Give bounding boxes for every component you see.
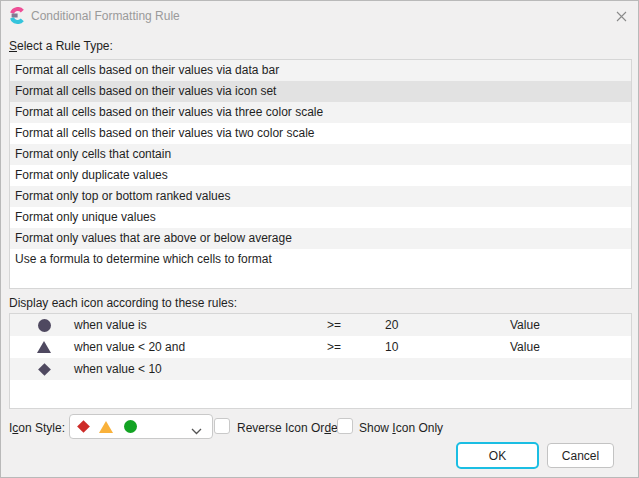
show-icon-only-checkbox[interactable] [337, 418, 353, 434]
close-button[interactable] [608, 4, 635, 31]
rule-type-item-selected[interactable]: Format all cells based on their values v… [10, 81, 631, 102]
conditional-formatting-rule-dialog: Conditional Formatting Rule Select a Rul… [0, 0, 639, 478]
show-icon-only-label[interactable]: Show Icon Only [359, 421, 443, 435]
rule-type-item[interactable]: Format only cells that contain [10, 144, 631, 165]
icon-rules-table: when value is >= 20 Value when value < 2… [9, 313, 632, 409]
icon-set-preview [79, 420, 137, 433]
icon-rules-label: Display each icon according to these rul… [9, 296, 237, 310]
app-logo-icon [9, 7, 26, 24]
rule-type-item[interactable]: Format only duplicate values [10, 165, 631, 186]
icon-style-label: Icon Style: [9, 421, 65, 435]
rule-operator[interactable]: >= [327, 314, 341, 336]
icon-rule-row[interactable]: when value is >= 20 Value [10, 314, 631, 336]
window-title: Conditional Formatting Rule [31, 9, 180, 23]
rule-type-item[interactable]: Use a formula to determine which cells t… [10, 249, 631, 270]
chevron-down-icon [191, 424, 202, 438]
reverse-icon-order-label[interactable]: Reverse Icon Order [237, 421, 342, 435]
icon-rule-row[interactable]: when value < 20 and >= 10 Value [10, 336, 631, 358]
circle-icon [36, 314, 52, 336]
green-circle-icon [124, 420, 137, 433]
rule-operator[interactable]: >= [327, 336, 341, 358]
rule-condition: when value < 10 [74, 358, 162, 380]
rule-value-type[interactable]: Value [510, 336, 540, 358]
red-diamond-icon [77, 420, 90, 433]
rule-type-item[interactable]: Format only top or bottom ranked values [10, 186, 631, 207]
icon-rule-row[interactable]: when value < 10 [10, 358, 631, 380]
rule-value[interactable]: 10 [385, 336, 398, 358]
rule-type-list: Format all cells based on their values v… [9, 59, 632, 289]
rule-value[interactable]: 20 [385, 314, 398, 336]
cancel-button[interactable]: Cancel [547, 443, 614, 468]
rule-type-item[interactable]: Format all cells based on their values v… [10, 60, 631, 81]
rule-type-item[interactable]: Format all cells based on their values v… [10, 123, 631, 144]
rule-type-item[interactable]: Format only values that are above or bel… [10, 228, 631, 249]
close-icon [616, 10, 627, 25]
rule-condition: when value is [74, 314, 147, 336]
rule-type-item[interactable]: Format all cells based on their values v… [10, 102, 631, 123]
rule-type-label: Select a Rule Type: [9, 39, 113, 53]
title-bar: Conditional Formatting Rule [1, 1, 638, 31]
rule-value-type[interactable]: Value [510, 314, 540, 336]
diamond-icon [36, 358, 52, 380]
triangle-icon [36, 336, 52, 358]
reverse-icon-order-checkbox[interactable] [214, 418, 230, 434]
rule-condition: when value < 20 and [74, 336, 185, 358]
amber-triangle-icon [99, 421, 113, 433]
ok-button[interactable]: OK [456, 442, 539, 469]
icon-style-dropdown[interactable] [69, 414, 213, 439]
rule-type-item[interactable]: Format only unique values [10, 207, 631, 228]
